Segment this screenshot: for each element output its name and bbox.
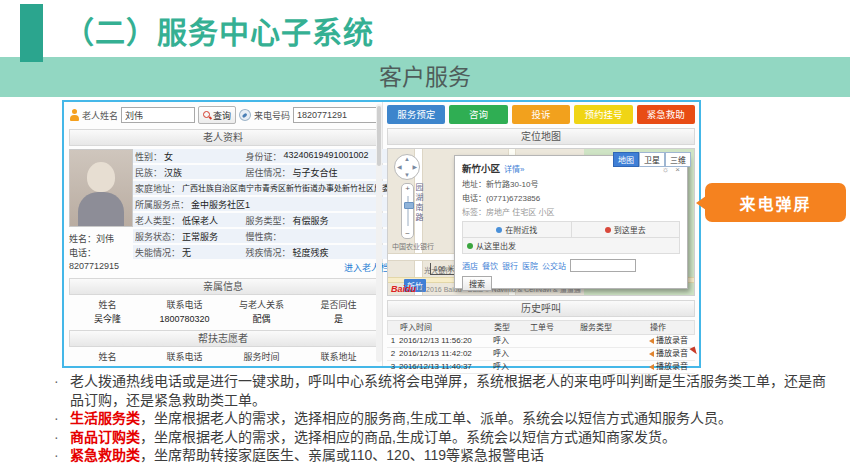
search-icon	[203, 111, 211, 119]
query-button[interactable]: 查询	[198, 106, 236, 124]
zoom-out-icon[interactable]: −	[402, 229, 413, 238]
complaint-button[interactable]: 投诉	[512, 105, 570, 124]
poi-hotel-link[interactable]: 酒店	[462, 260, 478, 271]
bank-label: 中国农业银行	[392, 241, 434, 251]
poi-search-button[interactable]: 搜索	[462, 276, 492, 291]
play-recording-link[interactable]: 播放录音	[656, 335, 688, 347]
location-map: ▲ ▼ ◀ ▶ + − 地图 卫星 三维 园湖南路 中国农业银行 光大银行	[387, 148, 695, 296]
destination-pin-icon	[605, 227, 611, 233]
photo-column: 姓名：刘伟 电话：8207712915	[69, 149, 133, 274]
route-to-tab[interactable]: 到这里去	[571, 222, 680, 237]
map-infowindow: 新竹小区 详情» ☼ × 地址：新竹路30-10号 电话：(0771)67238…	[454, 155, 688, 289]
play-recording-link[interactable]: 播放录音	[656, 348, 688, 360]
relatives-table: 姓名 联系电话 与老人关系 是否同住 吴今隆 1800780320 配偶 是	[69, 298, 377, 326]
speaker-icon	[649, 364, 654, 370]
elder-name-input[interactable]	[121, 107, 195, 123]
route-from-tab[interactable]: 从这里出发	[462, 238, 680, 254]
relatives-header-row: 姓名 联系电话 与老人关系 是否同住	[69, 298, 377, 312]
action-buttons: 服务预定 咨询 投诉 预约挂号 紧急救助	[387, 105, 695, 124]
speaker-icon	[649, 351, 654, 357]
origin-pin-icon	[467, 243, 473, 249]
incoming-call-popup-callout: 来电弹屏	[705, 183, 846, 222]
person-icon	[69, 109, 79, 121]
pan-up-icon[interactable]: ▲	[404, 156, 410, 162]
pan-left-icon[interactable]: ◀	[397, 163, 402, 170]
poi-bank-link[interactable]: 银行	[502, 260, 518, 271]
subtitle-text: 客户服务	[0, 57, 850, 97]
bullet-item: · 老人拨通热线电话或是进行一键求助，呼叫中心系统将会电弹屏，系统根据老人的来电…	[54, 372, 836, 409]
field-row: 失能情况：无 残疾情况：轻度残疾	[133, 245, 400, 259]
map-type-switcher: 地图 卫星 三维	[613, 152, 691, 167]
appointment-button[interactable]: 预约挂号	[574, 105, 632, 124]
title-accent-bar	[20, 4, 43, 62]
phone-icon	[239, 109, 251, 121]
relatives-section-header: 亲属信息	[69, 278, 377, 295]
poi-busstop-link[interactable]: 公交站	[542, 260, 566, 271]
history-row: 1 2016/12/13 11:56:20 呼入 播放录音	[387, 335, 695, 348]
volunteers-section-header: 帮扶志愿者	[69, 330, 377, 347]
elder-info-panel: 老人姓名 查询 来电号码 老人资料 姓名：刘伟 电话：8207712915	[64, 102, 383, 366]
baidu-logo: Baidu	[391, 284, 416, 294]
profile-section-header: 老人资料	[69, 129, 377, 146]
field-row: 家庭地址：广西壮族自治区南宁市青秀区新竹街道办事处新竹社区居委会	[133, 181, 400, 195]
profile-body: 姓名：刘伟 电话：8207712915 性别：女 身份证：43240619491…	[69, 149, 377, 274]
field-row: 老人类型：低保老人 服务类型：有偿服务	[133, 213, 400, 227]
nearby-search-tab[interactable]: 在附近找	[463, 222, 571, 237]
slide: （二）服务中心子系统 客户服务 老人姓名 查询 来电号码 老人资料	[0, 0, 850, 466]
poi-food-link[interactable]: 餐饮	[482, 260, 498, 271]
zoom-track	[407, 196, 409, 226]
app-window: 老人姓名 查询 来电号码 老人资料 姓名：刘伟 电话：8207712915	[62, 100, 701, 368]
field-row: 所属服务点：金中服务社区1	[133, 197, 400, 211]
elder-name-label: 老人姓名	[82, 109, 118, 122]
nearby-icon	[496, 227, 502, 233]
field-row: 民族：汉族 居住情况：与子女合住	[133, 165, 400, 179]
subtitle-banner: 客户服务	[0, 57, 850, 97]
bullet-item: · 紧急救助类，坐席帮助转接家庭医生、亲属或110、120、119等紧急报警电话	[54, 446, 836, 465]
speaker-icon	[649, 338, 654, 344]
history-row: 2 2016/12/13 11:42:02 呼入 播放录音	[387, 348, 695, 361]
infowindow-phone: 电话：(0771)6723856	[462, 192, 680, 203]
profile-fields: 性别：女 身份证：43240619491001002 民族：汉族 居住情况：与子…	[133, 149, 400, 274]
search-bar: 老人姓名 查询 来电号码	[69, 105, 377, 125]
pan-down-icon[interactable]: ▼	[404, 172, 410, 178]
page-title: （二）服务中心子系统	[64, 8, 374, 52]
consult-button[interactable]: 咨询	[449, 105, 507, 124]
poi-hospital-link[interactable]: 医院	[522, 260, 538, 271]
volunteers-header-row: 姓名 联系电话 服务时间 联系地址	[69, 350, 377, 364]
relatives-data-row: 吴今隆 1800780320 配偶 是	[69, 312, 377, 326]
caller-number-label: 来电号码	[254, 109, 290, 122]
caller-number-input[interactable]	[293, 107, 377, 123]
map-type-satellite[interactable]: 卫星	[639, 152, 665, 167]
photo-caption-name: 姓名：刘伟	[69, 233, 133, 246]
detail-link[interactable]: 详情»	[504, 163, 524, 174]
infowindow-tags: 标签：房地产 住宅区 小区	[462, 206, 680, 217]
road-name-label: 园湖南路	[413, 183, 424, 223]
history-header-row: 呼入时间 类型 工单号 服务类型 操作	[387, 320, 695, 335]
map-type-3d[interactable]: 三维	[665, 152, 691, 167]
map-pan-control[interactable]: ▲ ▼ ◀ ▶	[394, 154, 420, 180]
poi-search-input[interactable]	[570, 259, 636, 272]
enter-archive-link[interactable]: 进入老人档案	[133, 261, 398, 274]
bullet-item: · 生活服务类，坐席根据老人的需求，选择相应的服务商,生成工单、派单。系统会以短…	[54, 409, 836, 428]
pan-right-icon[interactable]: ▶	[412, 163, 417, 170]
map-type-map[interactable]: 地图	[613, 152, 639, 167]
bullet-list: · 老人拨通热线电话或是进行一键求助，呼叫中心系统将会电弹屏，系统根据老人的来电…	[54, 372, 836, 465]
history-section-header: 历史呼叫	[387, 300, 695, 317]
left-panel-scrollbar[interactable]	[376, 104, 382, 362]
infowindow-address: 地址：新竹路30-10号	[462, 178, 680, 189]
field-row: 服务状态：正常服务 慢性病：	[133, 229, 400, 243]
field-row: 性别：女 身份证：43240619491001002	[133, 149, 400, 163]
photo-caption-phone: 电话：8207712915	[69, 247, 133, 273]
service-booking-button[interactable]: 服务预定	[387, 105, 445, 124]
map-call-panel: 服务预定 咨询 投诉 预约挂号 紧急救助 定位地图 ▲ ▼ ◀ ▶	[383, 102, 699, 366]
elder-photo	[69, 149, 133, 227]
emergency-button[interactable]: 紧急救助	[637, 105, 695, 124]
infowindow-title: 新竹小区	[462, 161, 500, 175]
call-history-table: 呼入时间 类型 工单号 服务类型 操作 1 2016/12/13 11:56:2…	[387, 320, 695, 374]
bullet-item: · 商品订购类，坐席根据老人的需求，选择相应的商品,生成订单。系统会以短信方式通…	[54, 428, 836, 447]
zoom-thumb[interactable]	[404, 202, 414, 209]
volunteers-table: 姓名 联系电话 服务时间 联系地址	[69, 350, 377, 364]
map-section-header: 定位地图	[387, 128, 695, 145]
